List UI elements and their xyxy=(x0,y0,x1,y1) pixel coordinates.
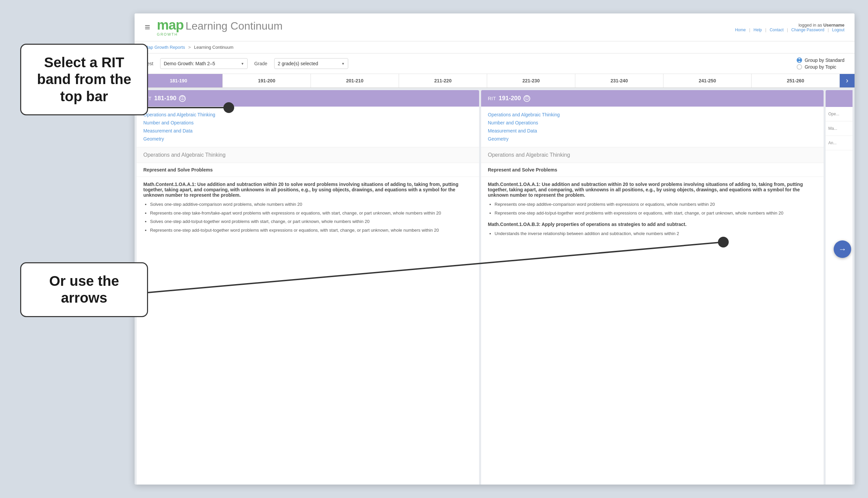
col2-standard-content: Math.Content.1.OA.A.1: Use addition and … xyxy=(481,177,824,485)
rit-col1-range: 181-190 xyxy=(154,95,176,102)
top-nav: ≡ map GROWTH Learning Continuum logged i… xyxy=(134,13,855,41)
col2-bullet2-0: Understands the inverse relationship bet… xyxy=(495,230,817,237)
logo-map: map xyxy=(157,18,183,31)
col2-topic-1[interactable]: Number and Operations xyxy=(488,120,817,126)
callout-top: Select a RIT band from the top bar xyxy=(20,44,148,115)
rit-band-next-arrow[interactable]: › xyxy=(840,74,855,88)
nav-home[interactable]: Home xyxy=(735,28,746,32)
rit-col1-info-icon[interactable]: ⓘ xyxy=(179,95,186,102)
rit-col1-topics: Operations and Algebraic Thinking Number… xyxy=(137,107,479,147)
col2-topic-3[interactable]: Geometry xyxy=(488,136,817,142)
radio-topic-circle xyxy=(797,64,802,70)
app-title: Learning Continuum xyxy=(186,20,283,32)
callout-bottom: Or use the arrows xyxy=(20,262,148,317)
nav-links: Home | Help | Contact | Change Password … xyxy=(735,28,844,32)
nav-logout[interactable]: Logout xyxy=(832,28,844,32)
rit-column-partial: Ope... Ma... An... xyxy=(826,90,853,485)
rit-column-1: RIT 181-190 ⓘ Operations and Algebraic T… xyxy=(137,90,479,485)
rit-band-191-200[interactable]: 191-200 xyxy=(223,74,311,88)
col1-section-header: Operations and Algebraic Thinking xyxy=(137,147,479,163)
col1-topic-3[interactable]: Geometry xyxy=(143,136,472,142)
controls-bar: Test Demo Growth: Math 2–5 Grade 2 grade… xyxy=(134,53,855,74)
col1-bullet-0: Solves one-step additive-comparison word… xyxy=(150,201,472,208)
radio-group-by-topic[interactable]: Group by Topic xyxy=(797,64,844,70)
col1-topic-1[interactable]: Number and Operations xyxy=(143,120,472,126)
partial-section-1: Ma... xyxy=(826,121,853,136)
col1-bullet-3: Represents one-step add-to/put-together … xyxy=(150,227,472,234)
col2-bullet-list-1: Represents one-step additive-comparison … xyxy=(495,201,817,216)
rit-col1-header: RIT 181-190 ⓘ xyxy=(137,90,479,107)
rit-band-251-260[interactable]: 251-260 xyxy=(752,74,840,88)
col2-bullet-1: Represents one-step add-to/put-together … xyxy=(495,210,817,217)
test-select[interactable]: Demo Growth: Math 2–5 xyxy=(160,58,248,69)
rit-band-241-250[interactable]: 241-250 xyxy=(663,74,752,88)
rit-band-231-240[interactable]: 231-240 xyxy=(575,74,663,88)
col2-topic-2[interactable]: Measurement and Data xyxy=(488,128,817,133)
grade-select-wrapper[interactable]: 2 grade(s) selected xyxy=(274,58,348,69)
grade-label: Grade xyxy=(254,61,268,66)
rit-band-201-210[interactable]: 201-210 xyxy=(311,74,399,88)
partial-section-0: Ope... xyxy=(826,107,853,121)
nav-change-password[interactable]: Change Password xyxy=(791,28,824,32)
col2-standard2-title: Math.Content.1.OA.B.3: Apply properties … xyxy=(488,222,817,227)
breadcrumb: Map Growth Reports > Learning Continuum xyxy=(134,41,855,53)
partial-header xyxy=(826,90,853,107)
rit-column-2: RIT 191-200 ⓘ Operations and Algebraic T… xyxy=(481,90,824,485)
username: Username xyxy=(823,23,844,28)
nav-contact[interactable]: Contact xyxy=(770,28,783,32)
callout-top-text: Select a RIT band from the top bar xyxy=(32,54,136,105)
col1-bullet-2: Solves one-step add-to/put-together word… xyxy=(150,218,472,225)
test-select-wrapper[interactable]: Demo Growth: Math 2–5 xyxy=(160,58,248,69)
col2-bullet-0: Represents one-step additive-comparison … xyxy=(495,201,817,208)
rit-col2-label: RIT xyxy=(488,95,496,101)
scroll-right-button[interactable]: → xyxy=(834,240,851,258)
partial-section-2: An... xyxy=(826,136,853,150)
col2-standard-title: Math.Content.1.OA.A.1: Use addition and … xyxy=(488,182,817,198)
radio-standard-circle xyxy=(797,57,802,63)
content-columns: RIT 181-190 ⓘ Operations and Algebraic T… xyxy=(134,88,855,485)
radio-group-by-standard[interactable]: Group by Standard xyxy=(797,57,844,63)
col1-bullet-list: Solves one-step additive-comparison word… xyxy=(150,201,472,233)
radio-group: Group by Standard Group by Topic xyxy=(797,57,844,70)
breadcrumb-parent[interactable]: Map Growth Reports xyxy=(145,45,185,50)
rit-band-221-230[interactable]: 221-230 xyxy=(487,74,575,88)
nav-right: logged in as Username Home | Help | Cont… xyxy=(735,23,844,32)
logo-area: map GROWTH Learning Continuum xyxy=(157,18,282,36)
nav-help[interactable]: Help xyxy=(754,28,762,32)
col2-subsection: Represent and Solve Problems xyxy=(481,163,824,177)
col1-subsection: Represent and Solve Problems xyxy=(137,163,479,177)
rit-col2-header: RIT 191-200 ⓘ xyxy=(481,90,824,107)
hamburger-icon[interactable]: ≡ xyxy=(145,22,150,32)
rit-col2-info-icon[interactable]: ⓘ xyxy=(523,95,530,102)
rit-col2-range: 191-200 xyxy=(498,95,521,102)
app-container: ≡ map GROWTH Learning Continuum logged i… xyxy=(134,13,855,485)
col2-section-header: Operations and Algebraic Thinking xyxy=(481,147,824,163)
grade-select[interactable]: 2 grade(s) selected xyxy=(274,58,348,69)
breadcrumb-current: Learning Continuum xyxy=(194,45,233,50)
col1-bullet-1: Represents one-step take-from/take-apart… xyxy=(150,210,472,217)
col1-standard-content: Math.Content.1.OA.A.1: Use addition and … xyxy=(137,177,479,485)
logged-in-label: logged in as Username xyxy=(735,23,844,28)
rit-band-211-220[interactable]: 211-220 xyxy=(399,74,487,88)
col2-topic-0[interactable]: Operations and Algebraic Thinking xyxy=(488,112,817,117)
col1-topic-0[interactable]: Operations and Algebraic Thinking xyxy=(143,112,472,117)
callout-bottom-text: Or use the arrows xyxy=(32,273,136,307)
breadcrumb-separator: > xyxy=(189,45,191,50)
nav-left: ≡ map GROWTH Learning Continuum xyxy=(145,18,283,36)
col1-standard-title: Math.Content.1.OA.A.1: Use addition and … xyxy=(143,182,472,198)
col2-bullet-list-2: Understands the inverse relationship bet… xyxy=(495,230,817,237)
rit-col2-topics: Operations and Algebraic Thinking Number… xyxy=(481,107,824,147)
rit-band-bar: 181-190 191-200 201-210 211-220 221-230 … xyxy=(134,74,855,88)
main-content: RIT 181-190 ⓘ Operations and Algebraic T… xyxy=(134,88,855,485)
col1-topic-2[interactable]: Measurement and Data xyxy=(143,128,472,133)
logo-growth: GROWTH xyxy=(157,32,178,36)
